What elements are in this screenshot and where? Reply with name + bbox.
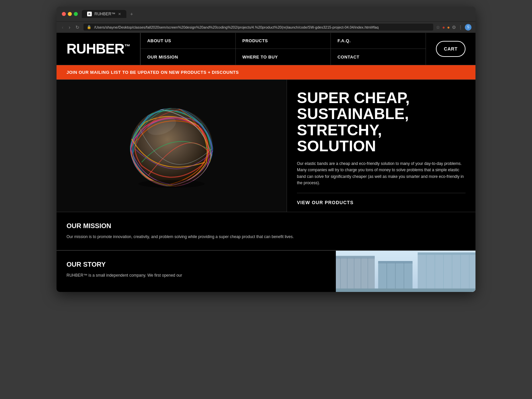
rubber-band-ball — [122, 96, 221, 196]
extensions-icon[interactable]: ● — [442, 25, 445, 30]
site-header: RUHBER™ ABOUT US PRODUCTS F.A.Q. OUR MIS… — [57, 33, 475, 65]
hero-section: SUPER CHEAP, SUSTAINABLE, STRETCHY, SOLU… — [57, 79, 475, 212]
hero-headline: SUPER CHEAP, SUSTAINABLE, STRETCHY, SOLU… — [297, 90, 466, 154]
browser-window: R RUHBER™ ✕ + ‹ › ↻ 🔒 /Users/shayne/Desk… — [57, 7, 475, 292]
story-image — [336, 251, 475, 292]
cart-cell: CART — [426, 33, 475, 65]
browser-tab[interactable]: R RUHBER™ ✕ — [82, 10, 126, 18]
svg-rect-7 — [336, 256, 375, 259]
extensions-icon2[interactable]: ● — [447, 25, 450, 30]
bookmark-icon[interactable]: ☆ — [436, 25, 440, 30]
mission-section: OUR MISSION Our mission is to promote in… — [57, 212, 475, 250]
hero-content: SUPER CHEAP, SUSTAINABLE, STRETCHY, SOLU… — [287, 80, 475, 212]
nav-our-mission[interactable]: OUR MISSION — [140, 49, 235, 65]
minimize-dot[interactable] — [68, 12, 72, 16]
browser-toolbar: ‹ › ↻ 🔒 /Users/shayne/Desktop/classes/fa… — [57, 22, 475, 33]
story-content: OUR STORY RUHBER™ is a small independent… — [57, 251, 336, 292]
menu-icon[interactable]: ⋮ — [458, 25, 463, 30]
svg-point-3 — [138, 180, 205, 188]
nav-grid: ABOUT US PRODUCTS F.A.Q. OUR MISSION WHE… — [140, 33, 475, 65]
url-bar[interactable]: 🔒 /Users/shayne/Desktop/classes/fall2020… — [83, 24, 433, 31]
refresh-button[interactable]: ↻ — [74, 24, 81, 31]
browser-dots — [62, 12, 78, 16]
story-text: RUHBER™ is a small independent company. … — [66, 272, 316, 279]
url-lock-icon: 🔒 — [87, 25, 91, 29]
hero-image-area — [57, 80, 287, 212]
mailing-banner[interactable]: JOIN OUR MAILING LIST TO BE UPDATED ON N… — [57, 65, 475, 79]
nav-where-to-buy[interactable]: WHERE TO BUY — [235, 49, 331, 65]
tab-close-button[interactable]: ✕ — [118, 12, 121, 16]
website-content: RUHBER™ ABOUT US PRODUCTS F.A.Q. OUR MIS… — [57, 33, 475, 292]
forward-button[interactable]: › — [67, 24, 72, 31]
close-dot[interactable] — [62, 12, 66, 16]
svg-rect-6 — [336, 258, 375, 292]
tab-title: RUHBER™ — [94, 12, 115, 16]
building-svg — [336, 251, 475, 292]
tab-favicon: R — [87, 12, 92, 16]
nav-faq[interactable]: F.A.Q. — [331, 33, 426, 49]
browser-titlebar: R RUHBER™ ✕ + — [57, 7, 475, 22]
story-title: OUR STORY — [66, 261, 326, 268]
url-text: /Users/shayne/Desktop/classes/fall2020se… — [94, 25, 378, 29]
hero-description: Our elastic bands are a cheap and eco-fr… — [297, 161, 466, 186]
nav-contact[interactable]: CONTACT — [331, 49, 426, 65]
back-button[interactable]: ‹ — [61, 24, 65, 31]
site-logo: RUHBER™ — [66, 42, 130, 56]
maximize-dot[interactable] — [74, 12, 78, 16]
mission-text: Our mission is to promote innovation, cr… — [66, 234, 316, 240]
story-section: OUR STORY RUHBER™ is a small independent… — [57, 250, 475, 292]
logo-area[interactable]: RUHBER™ — [57, 33, 140, 65]
nav-about-us[interactable]: ABOUT US — [140, 33, 235, 49]
toolbar-icons: ☆ ● ● ⚙ ⋮ S — [436, 24, 471, 31]
svg-rect-26 — [336, 289, 475, 292]
avatar-icon[interactable]: S — [465, 24, 471, 31]
new-tab-button[interactable]: + — [130, 11, 133, 17]
cart-button[interactable]: CART — [436, 41, 466, 57]
extensions-icon3[interactable]: ⚙ — [452, 25, 456, 30]
mission-title: OUR MISSION — [66, 222, 466, 230]
nav-products[interactable]: PRODUCTS — [235, 33, 331, 49]
view-products-button[interactable]: VIEW OUR PRODUCTS — [297, 193, 466, 212]
